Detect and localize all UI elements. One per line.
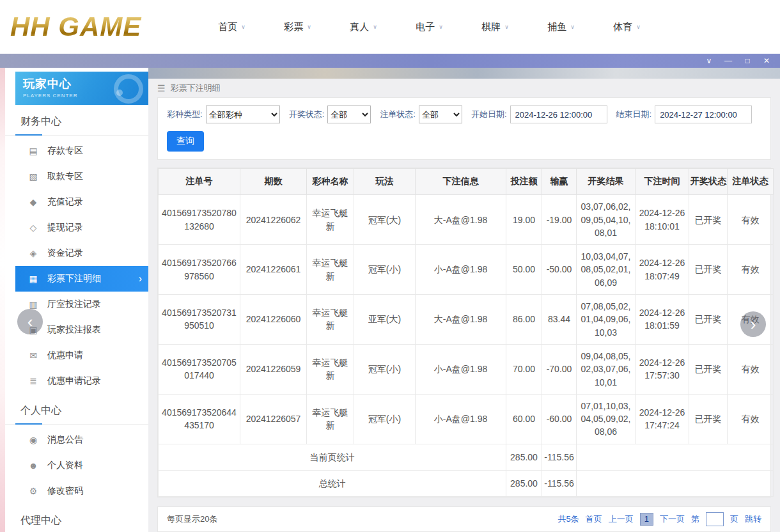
- nav-item-label: 真人: [350, 21, 369, 32]
- nav-item-4[interactable]: 电子∨: [396, 21, 462, 33]
- sidebar-item-profile[interactable]: ☻个人资料: [5, 453, 148, 478]
- next-page-link[interactable]: 下一页: [660, 513, 685, 525]
- table-cell: 20241226057: [240, 394, 307, 444]
- app-body: 玩家中心 PLAYERS CENTER 财务中心▤存款专区▧取款专区◆充值记录◇…: [0, 68, 780, 532]
- table-cell: 已开奖: [689, 394, 728, 444]
- sidebar-subtitle: PLAYERS CENTER: [23, 93, 141, 98]
- sidebar-item-deposit-zone[interactable]: ▤存款专区: [5, 138, 148, 164]
- table-row: 40156917352078013268020241226062幸运飞艇新冠军(…: [159, 195, 774, 245]
- page-size-label: 每页显示20条: [167, 513, 217, 525]
- jump-suffix-label: 页: [730, 513, 738, 525]
- jump-button[interactable]: 跳转: [745, 513, 761, 525]
- column-header: 投注额: [506, 169, 542, 195]
- sidebar-item-withdraw-zone[interactable]: ▧取款专区: [5, 164, 148, 189]
- table-cell: 幸运飞艇新: [307, 295, 354, 345]
- end-date-input[interactable]: [655, 106, 752, 123]
- sidebar-section-title: 财务中心: [5, 105, 148, 136]
- scroll-left-arrow[interactable]: ‹: [17, 309, 43, 334]
- jump-page-input[interactable]: [706, 512, 724, 526]
- summary-filler: [577, 471, 774, 497]
- table-cell: 冠军(小): [354, 245, 416, 295]
- chevron-down-icon: ∨: [373, 24, 377, 30]
- table-cell: 冠军(小): [354, 344, 416, 394]
- sidebar-section-title: 代理中心: [5, 504, 148, 532]
- sidebar-item-recharge-records[interactable]: ◆充值记录: [5, 189, 148, 215]
- lottery-icon: ▦: [27, 274, 40, 284]
- table-row: 40156917352073195051020241226060幸运飞艇新亚军(…: [159, 295, 774, 345]
- table-cell: 401569173520644435170: [159, 394, 240, 444]
- nav-item-label: 电子: [416, 21, 435, 32]
- hamburger-icon[interactable]: ☰: [157, 83, 166, 93]
- table-cell: 已开奖: [689, 344, 728, 394]
- sidebar-item-label: 充值记录: [47, 196, 83, 208]
- sidebar-item-lottery-bet-details[interactable]: ▦彩票下注明细›: [15, 266, 148, 292]
- table-cell: 2024-12-26 18:01:59: [636, 295, 689, 345]
- table-cell: 有效: [728, 344, 774, 394]
- chevron-down-icon: ∨: [241, 24, 246, 30]
- sidebar-item-label: 厅室投注记录: [47, 299, 101, 310]
- sidebar-item-fund-records[interactable]: ◈资金记录: [5, 240, 148, 266]
- draw-status-select[interactable]: 全部: [327, 106, 371, 123]
- sidebar-item-change-password[interactable]: ⚙修改密码: [5, 478, 148, 504]
- start-date-input[interactable]: [510, 106, 607, 123]
- table-cell: 09,04,08,05,02,03,07,06,10,01: [577, 344, 636, 394]
- sidebar-item-promo-apply[interactable]: ✉优惠申请: [5, 343, 148, 368]
- maximize-icon[interactable]: □: [738, 54, 757, 68]
- summary-filler: [577, 444, 774, 470]
- top-nav: 首页∨彩票∨真人∨电子∨棋牌∨捕鱼∨体育∨: [199, 21, 660, 33]
- column-header: 彩种名称: [307, 169, 354, 195]
- table-cell: 已开奖: [689, 195, 728, 245]
- nav-item-1[interactable]: 首页∨: [199, 21, 265, 33]
- nav-item-2[interactable]: 彩票∨: [265, 21, 331, 33]
- main-content: ☰ 彩票下注明细 彩种类型: 全部彩种 开奖状态: 全部: [148, 68, 780, 532]
- nav-item-7[interactable]: 体育∨: [594, 21, 660, 33]
- table-cell: 大-A盘@1.98: [416, 195, 506, 245]
- prev-page-link[interactable]: 上一页: [609, 513, 634, 525]
- table-cell: 大-A盘@1.98: [416, 295, 506, 345]
- lottery-type-filter: 彩种类型: 全部彩种: [167, 106, 280, 123]
- table-cell: 20241226059: [240, 344, 307, 394]
- table-header-row: 注单号期数彩种名称玩法下注信息投注额输赢开奖结果下注时间开奖状态注单状态: [159, 169, 774, 195]
- order-status-select[interactable]: 全部: [419, 106, 462, 123]
- deposit-icon: ▤: [27, 146, 40, 156]
- pager: 共5条 首页 上一页 1 下一页 第 页 跳转: [558, 512, 761, 526]
- recharge-icon: ◆: [27, 197, 40, 207]
- minimize-icon[interactable]: —: [719, 54, 738, 68]
- summary-label: 当前页统计: [159, 444, 506, 470]
- table-cell: 20241226061: [240, 245, 307, 295]
- nav-item-5[interactable]: 棋牌∨: [462, 21, 528, 33]
- breadcrumb-title: 彩票下注明细: [171, 82, 221, 94]
- table-cell: 已开奖: [689, 295, 728, 345]
- sidebar-header: 玩家中心 PLAYERS CENTER: [15, 72, 148, 105]
- chevron-down-icon: ∨: [504, 24, 509, 30]
- table-cell: 冠军(小): [354, 394, 416, 444]
- column-header: 开奖结果: [577, 169, 636, 195]
- scroll-right-arrow[interactable]: ›: [740, 311, 766, 337]
- lottery-type-select[interactable]: 全部彩种: [206, 106, 280, 123]
- draw-status-filter: 开奖状态: 全部: [289, 106, 371, 123]
- table-cell: 幸运飞艇新: [307, 394, 354, 444]
- site-header: HH GAME 首页∨彩票∨真人∨电子∨棋牌∨捕鱼∨体育∨: [0, 0, 780, 54]
- sidebar-title: 玩家中心: [23, 76, 141, 91]
- table-cell: 幸运飞艇新: [307, 245, 354, 295]
- bet-table: 注单号期数彩种名称玩法下注信息投注额输赢开奖结果下注时间开奖状态注单状态 401…: [158, 168, 774, 497]
- table-cell: 50.00: [506, 245, 542, 295]
- table-cell: 小-A盘@1.98: [416, 344, 506, 394]
- sidebar-item-withdrawal-records[interactable]: ◇提现记录: [5, 215, 148, 240]
- current-page[interactable]: 1: [640, 513, 653, 526]
- column-header: 注单号: [159, 169, 240, 195]
- site-logo: HH GAME: [10, 12, 180, 42]
- sidebar-item-announcements[interactable]: ◉消息公告: [5, 427, 148, 453]
- chevron-down-icon[interactable]: ∨: [699, 54, 719, 68]
- promo-record-icon: ≣: [27, 376, 40, 386]
- table-cell: 小-A盘@1.98: [416, 245, 506, 295]
- nav-item-3[interactable]: 真人∨: [331, 21, 396, 33]
- summary-winloss-total: -115.56: [542, 444, 577, 470]
- sidebar-item-promo-apply-records[interactable]: ≣优惠申请记录: [5, 368, 148, 394]
- funds-icon: ◈: [27, 248, 40, 258]
- first-page-link[interactable]: 首页: [586, 513, 602, 525]
- close-icon[interactable]: ✕: [757, 54, 776, 68]
- nav-item-6[interactable]: 捕鱼∨: [528, 21, 594, 33]
- search-button[interactable]: 查询: [167, 131, 204, 152]
- nav-item-label: 首页: [218, 21, 237, 32]
